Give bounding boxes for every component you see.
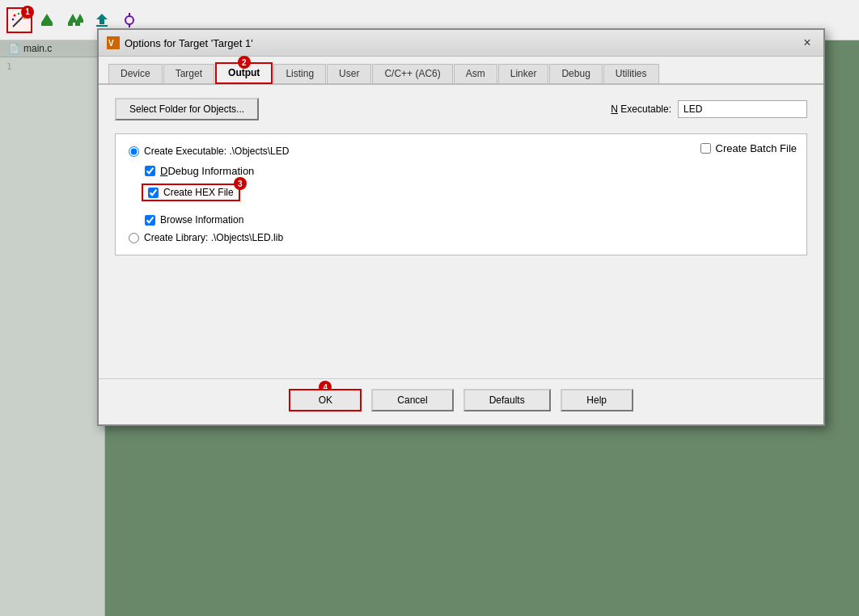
create-hex-wrapper: Create HEX File 3: [142, 184, 240, 208]
svg-line-0: [13, 18, 22, 27]
tab-device[interactable]: Device: [108, 64, 163, 84]
create-hex-row: Create HEX File 3: [142, 184, 240, 201]
create-batch-group: Create Batch File: [700, 142, 797, 154]
browse-info-label: Browse Information: [160, 214, 243, 226]
spacer: [115, 268, 807, 365]
create-batch-checkbox[interactable]: [700, 143, 711, 154]
top-row: Select Folder for Objects... N Executabl…: [115, 98, 807, 120]
svg-marker-12: [75, 14, 83, 23]
debug-info-checkbox[interactable]: [145, 166, 155, 176]
tab-output[interactable]: Output 2: [215, 62, 273, 84]
create-executable-radio[interactable]: [129, 146, 139, 157]
tab-debug[interactable]: Debug: [549, 64, 602, 84]
options-panel: Create Batch File Create Executable: .\O…: [115, 133, 807, 255]
create-executable-row: Create Executable: .\Objects\LED: [129, 146, 793, 157]
name-executable-label: N Executable:: [611, 103, 671, 115]
svg-point-3: [18, 12, 19, 14]
tab-asm[interactable]: Asm: [454, 64, 497, 84]
rebuild-button[interactable]: [61, 7, 87, 33]
svg-rect-14: [96, 25, 108, 27]
svg-rect-9: [68, 23, 73, 26]
badge-2: 2: [238, 56, 251, 69]
svg-rect-7: [41, 23, 53, 26]
debug-info-label: DDebug Information: [160, 165, 254, 177]
tab-user[interactable]: User: [327, 64, 371, 84]
svg-point-15: [125, 16, 133, 24]
browse-info-checkbox[interactable]: [145, 215, 155, 226]
svg-point-4: [12, 18, 14, 19]
create-library-radio[interactable]: [129, 233, 139, 243]
name-executable-group: N Executable:: [611, 100, 807, 118]
tab-bar: Device Target Output 2 Listing User C/C+…: [99, 57, 823, 85]
dialog-close-button[interactable]: ×: [799, 35, 815, 51]
create-batch-label: Create Batch File: [716, 142, 797, 154]
svg-marker-8: [41, 14, 53, 23]
select-folder-button[interactable]: Select Folder for Objects...: [115, 98, 259, 120]
badge-3: 3: [234, 177, 247, 190]
dialog-title-text: Options for Target 'Target 1': [125, 37, 253, 49]
svg-marker-13: [96, 14, 108, 24]
download-icon: [93, 11, 111, 29]
badge-1: 1: [21, 6, 34, 19]
build-button[interactable]: [34, 7, 60, 33]
create-hex-checkbox[interactable]: [148, 188, 159, 198]
options-target-button[interactable]: 1: [6, 7, 32, 33]
tab-ccpp[interactable]: C/C++ (AC6): [372, 64, 452, 84]
create-executable-label: Create Executable: .\Objects\LED: [144, 146, 289, 157]
dialog-title: V Options for Target 'Target 1': [107, 36, 253, 49]
dialog-body: Select Folder for Objects... N Executabl…: [99, 85, 823, 378]
ok-button[interactable]: OK: [289, 389, 362, 411]
svg-text:V: V: [108, 39, 114, 48]
defaults-button[interactable]: Defaults: [463, 389, 551, 411]
tab-target[interactable]: Target: [163, 64, 214, 84]
dialog-titlebar: V Options for Target 'Target 1' ×: [99, 30, 823, 57]
debug-info-row: DDebug Information: [145, 165, 793, 177]
svg-rect-11: [75, 23, 80, 26]
browse-info-row: Browse Information: [145, 214, 793, 226]
ok-wrapper: 4 OK: [289, 389, 362, 411]
tab-listing[interactable]: Listing: [273, 64, 326, 84]
rebuild-icon: [66, 11, 83, 29]
help-button[interactable]: Help: [561, 389, 633, 411]
name-executable-input[interactable]: [678, 100, 807, 118]
dialog-footer: 4 OK Cancel Defaults Help: [99, 378, 823, 424]
cancel-button[interactable]: Cancel: [371, 389, 453, 411]
svg-point-2: [14, 14, 16, 16]
create-hex-label: Create HEX File: [163, 187, 234, 198]
options-dialog: V Options for Target 'Target 1' × Device…: [97, 28, 825, 426]
debug-icon: [121, 11, 138, 29]
tab-utilities[interactable]: Utilities: [603, 64, 659, 84]
tab-linker[interactable]: Linker: [498, 64, 549, 84]
build-icon: [38, 11, 56, 29]
create-library-label: Create Library: .\Objects\LED.lib: [144, 232, 283, 243]
keil-logo-icon: V: [107, 36, 120, 49]
create-library-row: Create Library: .\Objects\LED.lib: [129, 232, 793, 243]
